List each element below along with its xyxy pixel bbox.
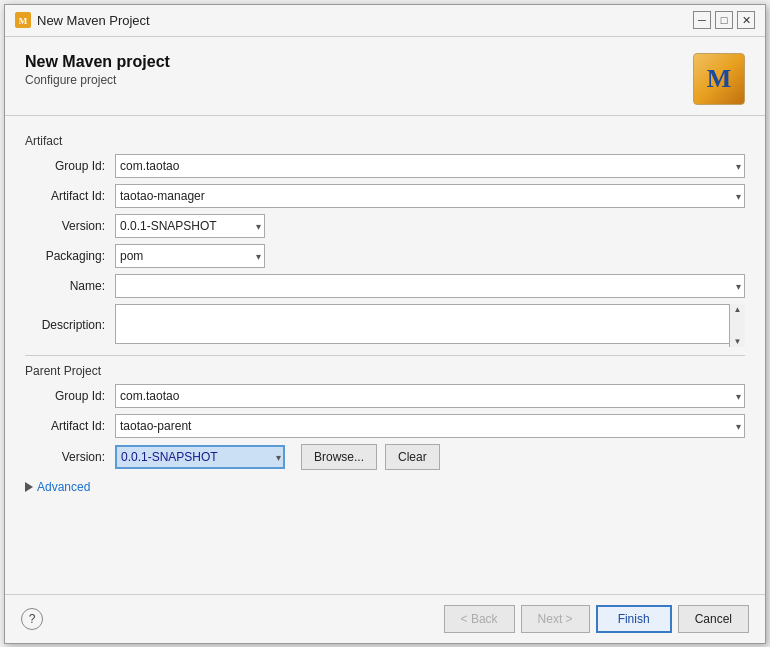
maven-logo: M <box>693 53 745 105</box>
title-bar-controls: ─ □ ✕ <box>693 11 755 29</box>
title-bar-left: M New Maven Project <box>15 12 150 28</box>
parent-groupid-row: Group Id: com.taotao <box>25 384 745 408</box>
artifact-section-label: Artifact <box>25 134 745 148</box>
maven-icon: M <box>15 12 31 28</box>
artifact-name-input[interactable] <box>115 274 745 298</box>
section-divider <box>25 355 745 356</box>
artifact-name-wrapper <box>115 274 745 298</box>
artifact-packaging-label: Packaging: <box>25 249 115 263</box>
artifact-version-wrapper: 0.0.1-SNAPSHOT <box>115 214 265 238</box>
maximize-button[interactable]: □ <box>715 11 733 29</box>
artifact-description-wrapper: ▲ ▼ <box>115 304 745 347</box>
help-button[interactable]: ? <box>21 608 43 630</box>
parent-groupid-select[interactable]: com.taotao <box>115 384 745 408</box>
parent-version-controls: 0.0.1-SNAPSHOT Browse... Clear <box>115 444 440 470</box>
advanced-section[interactable]: Advanced <box>25 480 745 494</box>
artifact-packaging-wrapper: pom <box>115 244 265 268</box>
parent-version-label: Version: <box>25 450 115 464</box>
clear-button[interactable]: Clear <box>385 444 440 470</box>
back-button[interactable]: < Back <box>444 605 515 633</box>
artifact-packaging-select[interactable]: pom <box>115 244 265 268</box>
parent-groupid-label: Group Id: <box>25 389 115 403</box>
parent-groupid-wrapper: com.taotao <box>115 384 745 408</box>
footer: ? < Back Next > Finish Cancel <box>5 594 765 643</box>
content-area: Artifact Group Id: com.taotao Artifact I… <box>5 116 765 594</box>
header-area: New Maven project Configure project M <box>5 37 765 116</box>
artifact-description-label: Description: <box>25 318 115 332</box>
artifact-version-label: Version: <box>25 219 115 233</box>
description-scrollbar: ▲ ▼ <box>729 304 745 347</box>
artifact-version-select[interactable]: 0.0.1-SNAPSHOT <box>115 214 265 238</box>
artifact-description-textarea[interactable] <box>115 304 745 344</box>
artifact-groupid-combo-wrapper: com.taotao <box>115 154 745 178</box>
artifact-name-row: Name: <box>25 274 745 298</box>
dialog-title: New Maven project <box>25 53 170 71</box>
artifact-groupid-label: Group Id: <box>25 159 115 173</box>
minimize-button[interactable]: ─ <box>693 11 711 29</box>
scroll-up-arrow[interactable]: ▲ <box>734 305 742 314</box>
artifact-artifactid-label: Artifact Id: <box>25 189 115 203</box>
window-title: New Maven Project <box>37 13 150 28</box>
footer-buttons: < Back Next > Finish Cancel <box>444 605 749 633</box>
advanced-triangle-icon <box>25 482 33 492</box>
parent-artifactid-wrapper: taotao-parent <box>115 414 745 438</box>
finish-button[interactable]: Finish <box>596 605 672 633</box>
artifact-version-row: Version: 0.0.1-SNAPSHOT <box>25 214 745 238</box>
parent-artifactid-label: Artifact Id: <box>25 419 115 433</box>
parent-project-section-label: Parent Project <box>25 364 745 378</box>
advanced-label: Advanced <box>37 480 90 494</box>
parent-artifactid-row: Artifact Id: taotao-parent <box>25 414 745 438</box>
parent-version-select[interactable]: 0.0.1-SNAPSHOT <box>115 445 285 469</box>
dialog-subtitle: Configure project <box>25 73 170 87</box>
svg-text:M: M <box>19 16 28 26</box>
footer-left: ? <box>21 608 43 630</box>
parent-version-row: Version: 0.0.1-SNAPSHOT Browse... Clear <box>25 444 745 470</box>
parent-artifactid-select[interactable]: taotao-parent <box>115 414 745 438</box>
dialog: M New Maven Project ─ □ ✕ New Maven proj… <box>4 4 766 644</box>
artifact-artifactid-combo-wrapper: taotao-manager <box>115 184 745 208</box>
artifact-description-row: Description: ▲ ▼ <box>25 304 745 347</box>
artifact-artifactid-select[interactable]: taotao-manager <box>115 184 745 208</box>
parent-version-wrapper: 0.0.1-SNAPSHOT <box>115 445 285 469</box>
header-text: New Maven project Configure project <box>25 53 170 87</box>
artifact-packaging-row: Packaging: pom <box>25 244 745 268</box>
artifact-groupid-select[interactable]: com.taotao <box>115 154 745 178</box>
cancel-button[interactable]: Cancel <box>678 605 749 633</box>
title-bar: M New Maven Project ─ □ ✕ <box>5 5 765 37</box>
scroll-down-arrow[interactable]: ▼ <box>734 337 742 346</box>
close-button[interactable]: ✕ <box>737 11 755 29</box>
next-button[interactable]: Next > <box>521 605 590 633</box>
artifact-artifactid-row: Artifact Id: taotao-manager <box>25 184 745 208</box>
artifact-groupid-row: Group Id: com.taotao <box>25 154 745 178</box>
artifact-name-label: Name: <box>25 279 115 293</box>
browse-button[interactable]: Browse... <box>301 444 377 470</box>
